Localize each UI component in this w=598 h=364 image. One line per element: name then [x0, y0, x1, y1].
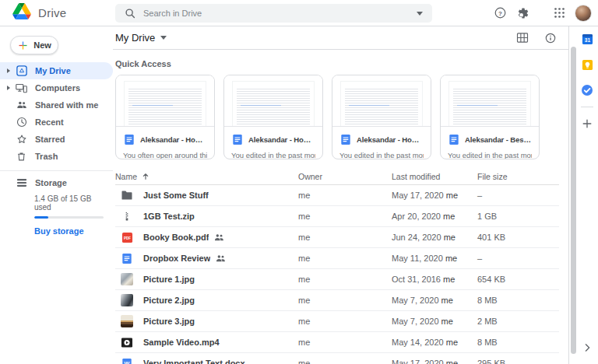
file-name: Picture 1.jpg	[143, 275, 195, 284]
file-modified: Oct 31, 2016 me	[392, 275, 477, 284]
file-modified: May 11, 2020 me	[392, 254, 477, 263]
storage-usage-text: 1.4 GB of 15 GB used	[34, 194, 104, 212]
file-browser-scroll-area: Quick Access Aleksandar - How Does Go...…	[113, 59, 568, 364]
search-options-caret-icon[interactable]	[417, 12, 423, 16]
svg-text:W: W	[125, 361, 130, 364]
quick-access-card[interactable]: Aleksandar - How to Share ... You edited…	[223, 75, 323, 159]
sidebar-item-recent[interactable]: Recent	[0, 114, 113, 131]
add-addon-plus-icon[interactable]	[581, 117, 593, 130]
file-size: 8 MB	[477, 296, 559, 305]
tasks-icon[interactable]	[581, 84, 593, 96]
image-icon-3	[121, 315, 133, 327]
my-drive-icon	[16, 65, 27, 77]
file-owner: me	[298, 191, 392, 200]
search-input[interactable]: Search in Drive	[115, 4, 432, 23]
image-icon-2	[121, 294, 133, 306]
image-icon-3	[121, 315, 133, 327]
card-title: Aleksandar - How to Share ...	[248, 135, 315, 144]
table-row[interactable]: PDF Booky Book.pdf me Jun 24, 2020 me 40…	[115, 227, 559, 248]
sidebar-item-computers[interactable]: Computers	[0, 79, 113, 96]
chevron-right-icon[interactable]	[576, 344, 598, 352]
drive-logo-area[interactable]: Drive	[12, 0, 67, 26]
table-row[interactable]: Sample Video.mp4 me May 14, 2020 me 8 MB	[115, 332, 559, 353]
expand-caret-icon[interactable]	[5, 68, 12, 74]
quick-access-card[interactable]: Aleksandar - How Does Go... You often op…	[115, 75, 215, 159]
settings-gear-icon[interactable]	[514, 4, 533, 23]
svg-text:31: 31	[584, 37, 590, 43]
document-preview	[224, 75, 322, 127]
docs-icon	[121, 252, 133, 264]
file-name: 1GB Test.zip	[143, 212, 195, 221]
sidebar-item-my-drive[interactable]: My Drive	[0, 62, 113, 79]
image-icon-2	[121, 294, 133, 306]
file-modified: May 7, 2020 me	[392, 317, 477, 326]
word-icon: W	[121, 357, 133, 364]
column-header-size[interactable]: File size	[477, 172, 559, 181]
column-header-owner[interactable]: Owner	[298, 172, 392, 181]
right-side-panel: 31	[568, 26, 598, 364]
storage-progress-fill	[34, 216, 48, 219]
storage-progress-bar	[34, 216, 104, 219]
vertical-scrollbar[interactable]	[571, 47, 576, 354]
card-title: Aleksandar - How to Use G...	[357, 135, 424, 144]
side-panel-divider	[581, 107, 593, 107]
sidebar-item-starred[interactable]: Starred	[0, 131, 113, 148]
file-owner: me	[298, 275, 392, 284]
new-button[interactable]: New	[10, 36, 58, 54]
sidebar-item-storage[interactable]: Storage	[0, 174, 113, 191]
table-row[interactable]: Picture 2.jpg me May 7, 2020 me 8 MB	[115, 290, 559, 311]
sidebar-item-trash[interactable]: Trash	[0, 148, 113, 165]
search-icon	[125, 8, 135, 19]
calendar-icon[interactable]: 31	[581, 33, 593, 45]
file-name: Picture 3.jpg	[143, 317, 195, 326]
quick-access-title: Quick Access	[115, 59, 559, 68]
main-content: My Drive Quick Access Aleksandar - How D…	[113, 26, 568, 364]
expand-caret-icon[interactable]	[5, 85, 12, 91]
image-icon-1	[121, 273, 133, 285]
folder-title-dropdown[interactable]: My Drive	[115, 32, 167, 44]
table-row[interactable]: Just Some Stuff me May 17, 2020 me –	[115, 185, 559, 206]
document-preview	[332, 75, 431, 127]
video-icon	[121, 336, 133, 348]
quick-access-card[interactable]: Aleksandar - Best Encrypte... You edited…	[440, 75, 540, 159]
grid-view-toggle-icon[interactable]	[515, 31, 529, 45]
table-row[interactable]: Picture 3.jpg me May 7, 2020 me 2 MB	[115, 311, 559, 332]
file-table: Name Owner Last modified File size Just …	[115, 169, 559, 364]
file-name: Just Some Stuff	[143, 191, 209, 200]
docs-icon	[448, 133, 460, 145]
column-header-modified[interactable]: Last modified	[392, 172, 477, 181]
file-name: Dropbox Review	[143, 254, 210, 263]
file-size: –	[477, 191, 559, 200]
sidebar-nav: My Drive Computers Shared with me Recent…	[0, 62, 113, 165]
keep-icon[interactable]	[581, 58, 593, 71]
help-icon[interactable]: ?	[491, 4, 509, 23]
sort-arrow-up-icon	[142, 173, 150, 180]
table-row[interactable]: Dropbox Review me May 11, 2020 me –	[115, 248, 559, 269]
column-header-name[interactable]: Name	[115, 172, 298, 181]
starred-icon	[16, 134, 27, 145]
file-modified: May 17, 2020 me	[392, 359, 477, 364]
table-row[interactable]: W Very Important Text.docx me May 17, 20…	[115, 353, 559, 364]
file-modified: May 7, 2020 me	[392, 296, 477, 305]
buy-storage-link[interactable]: Buy storage	[34, 226, 113, 236]
sidebar-item-shared-with-me[interactable]: Shared with me	[0, 96, 113, 114]
file-name: Very Important Text.docx	[143, 359, 245, 364]
quick-access-card[interactable]: Aleksandar - How to Use G... You edited …	[332, 75, 431, 159]
sidebar-divider	[0, 170, 113, 171]
account-avatar[interactable]	[575, 5, 592, 22]
document-preview	[441, 75, 539, 127]
file-size: 2 MB	[477, 317, 559, 326]
file-table-body: Just Some Stuff me May 17, 2020 me – 1GB…	[115, 185, 559, 364]
table-row[interactable]: Picture 1.jpg me Oct 31, 2016 me 654 KB	[115, 269, 559, 290]
details-info-icon[interactable]	[543, 31, 558, 45]
side-panel-apps: 31	[576, 33, 598, 130]
table-row[interactable]: 1GB Test.zip me Apr 20, 2020 me 1 GB	[115, 206, 559, 227]
card-subtitle: You edited in the past month	[231, 151, 315, 159]
file-owner: me	[298, 233, 392, 242]
svg-text:?: ?	[498, 10, 502, 17]
file-name: Booky Book.pdf	[143, 233, 209, 242]
drive-logo-icon	[12, 3, 31, 23]
image-icon-1	[121, 273, 133, 285]
file-name: Sample Video.mp4	[143, 338, 220, 347]
google-apps-grid-icon[interactable]	[550, 4, 568, 23]
